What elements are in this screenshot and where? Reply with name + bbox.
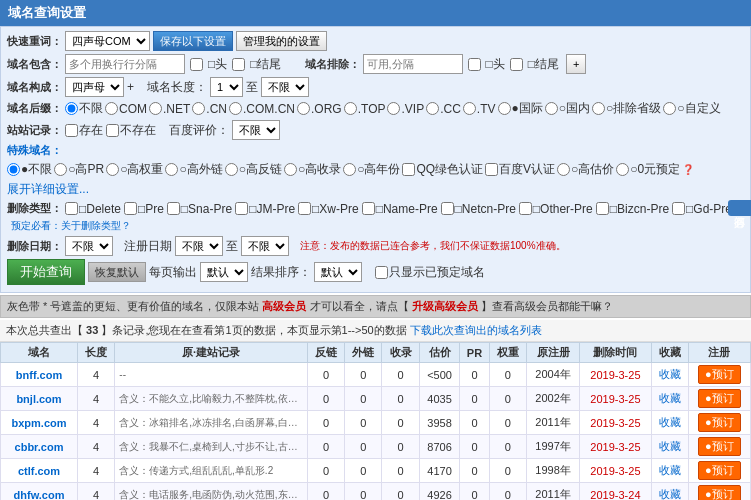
special-baidu-v[interactable]: 百度V认证 — [485, 161, 555, 178]
quick-search-select[interactable]: 四声母COM — [65, 31, 150, 51]
suffix-cc[interactable]: .CC — [426, 102, 461, 116]
dt-jm[interactable]: □JM-Pre — [235, 202, 295, 216]
suffix-cn2[interactable]: ○国内 — [545, 100, 590, 117]
special-pr[interactable]: ○高PR — [54, 161, 104, 178]
cell-delete-time: 2019-3-25 — [580, 411, 651, 435]
table-row: bnjl.com 4 含义：不能久立,比喻毅力,不整阵枕,依衣...4 0 0 … — [1, 387, 751, 411]
my-reserve-cb[interactable]: 只显示已预定域名 — [375, 264, 485, 281]
suffix-custom[interactable]: ○自定义 — [663, 100, 720, 117]
dt-sna[interactable]: □Sna-Pre — [167, 202, 232, 216]
special-backlink[interactable]: ○高反链 — [225, 161, 282, 178]
dt-name[interactable]: □Name-Pre — [362, 202, 438, 216]
dt-gd[interactable]: □Gd-Pre — [672, 202, 732, 216]
cell-collect: 收藏 — [651, 459, 688, 483]
right-sidebar-hint[interactable]: 有问必答 — [728, 200, 751, 216]
collect-link[interactable]: 收藏 — [659, 416, 681, 428]
gray-banner-text3: 】查看高级会员都能干嘛？ — [481, 300, 613, 312]
add-exclude-btn[interactable]: + — [566, 54, 586, 74]
suffix-cn[interactable]: .CN — [192, 102, 227, 116]
baidu-rating-select[interactable]: 不限 — [232, 120, 280, 140]
dt-other[interactable]: □Other-Pre — [519, 202, 593, 216]
domain-structure-select[interactable]: 四声母 — [65, 77, 124, 97]
domain-link[interactable]: ctlf.com — [18, 465, 60, 477]
cell-backlinks: 0 — [307, 435, 344, 459]
domain-link[interactable]: cbbr.com — [15, 441, 64, 453]
delete-type-label: 删除类型： — [7, 201, 62, 216]
vip-link[interactable]: 高级会员 — [262, 300, 306, 312]
collect-link[interactable]: 收藏 — [659, 440, 681, 452]
suffix-org[interactable]: .ORG — [297, 102, 342, 116]
collect-link[interactable]: 收藏 — [659, 368, 681, 380]
cell-collect: 收藏 — [651, 483, 688, 501]
suffix-unlimited[interactable]: 不限 — [65, 100, 103, 117]
cell-price: 8706 — [419, 435, 460, 459]
cell-collect: 收藏 — [651, 411, 688, 435]
suffix-vip[interactable]: .VIP — [387, 102, 424, 116]
manage-settings-btn[interactable]: 管理我的的设置 — [236, 31, 327, 51]
delete-date-select[interactable]: 不限 — [65, 236, 113, 256]
special-outlink[interactable]: ○高外链 — [165, 161, 222, 178]
special-year[interactable]: ○高年份 — [343, 161, 400, 178]
date-notice: 注意：发布的数据已连合参考，我们不保证数据100%准确。 — [300, 239, 566, 253]
archive-exist[interactable]: 存在 — [65, 122, 103, 139]
cell-reg-year: 1997年 — [526, 435, 580, 459]
reg-date-to[interactable]: 不限 — [241, 236, 289, 256]
suffix-intl[interactable]: ●国际 — [498, 100, 543, 117]
reserve-btn[interactable]: ●预订 — [698, 437, 741, 456]
exclude-suffix-cb[interactable] — [510, 58, 523, 71]
restore-btn[interactable]: 恢复默认 — [88, 262, 146, 282]
suffix-com[interactable]: COM — [105, 102, 147, 116]
exclude-suffix-label: □结尾 — [528, 56, 559, 73]
special-qq[interactable]: QQ绿色认证 — [402, 161, 483, 178]
dt-pre[interactable]: □Pre — [124, 202, 164, 216]
suffix-net[interactable]: .NET — [149, 102, 190, 116]
special-free[interactable]: ○0元预定 — [616, 161, 680, 178]
collect-link[interactable]: 收藏 — [659, 464, 681, 476]
reserve-btn[interactable]: ●预订 — [698, 485, 741, 500]
special-weight[interactable]: ○高权重 — [106, 161, 163, 178]
table-row: bnff.com 4 -- 0 0 0 <500 0 0 2004年 2019-… — [1, 363, 751, 387]
suffix-comcn[interactable]: .COM.CN — [229, 102, 295, 116]
cell-weight: 0 — [489, 411, 526, 435]
search-btn[interactable]: 开始查询 — [7, 259, 85, 285]
per-page-select[interactable]: 默认102050 — [200, 262, 248, 282]
suffix-top[interactable]: .TOP — [344, 102, 386, 116]
sort-select[interactable]: 默认 — [314, 262, 362, 282]
col-reg-year: 原注册 — [526, 343, 580, 363]
reg-date-from[interactable]: 不限 — [175, 236, 223, 256]
save-settings-btn[interactable]: 保存以下设置 — [153, 31, 233, 51]
collect-link[interactable]: 收藏 — [659, 392, 681, 404]
upgrade-link[interactable]: 升级高级会员 — [412, 300, 478, 312]
col-backlink: 反链 — [307, 343, 344, 363]
reserve-btn[interactable]: ●预订 — [698, 461, 741, 480]
domain-link[interactable]: bnff.com — [16, 369, 62, 381]
domain-exclude-input[interactable] — [363, 54, 463, 74]
special-indexed[interactable]: ○高收录 — [284, 161, 341, 178]
reserve-btn[interactable]: ●预订 — [698, 365, 741, 384]
domain-length-from[interactable]: 12345 — [210, 77, 243, 97]
domain-length-to[interactable]: 不限456 — [261, 77, 309, 97]
exclude-prefix-cb[interactable] — [468, 58, 481, 71]
dt-netcn[interactable]: □Netcn-Pre — [441, 202, 516, 216]
collect-link[interactable]: 收藏 — [659, 488, 681, 500]
dt-delete[interactable]: □Delete — [65, 202, 121, 216]
domain-link[interactable]: dhfw.com — [14, 489, 65, 501]
download-link[interactable]: 下载此次查询出的域名列表 — [410, 324, 542, 336]
special-price[interactable]: ○高估价 — [557, 161, 614, 178]
suffix-tv[interactable]: .TV — [463, 102, 496, 116]
dt-bizcn[interactable]: □Bizcn-Pre — [596, 202, 669, 216]
domain-link[interactable]: bxpm.com — [12, 417, 67, 429]
reserve-btn[interactable]: ●预订 — [698, 413, 741, 432]
archive-not-exist[interactable]: 不存在 — [106, 122, 156, 139]
suffix-excl[interactable]: ○排除省级 — [592, 100, 661, 117]
my-reserve-label: 只显示已预定域名 — [389, 264, 485, 281]
reserve-btn[interactable]: ●预订 — [698, 389, 741, 408]
cell-price: 3958 — [419, 411, 460, 435]
domain-prefix-cb[interactable] — [190, 58, 203, 71]
domain-link[interactable]: bnjl.com — [16, 393, 61, 405]
special-unlimited[interactable]: ●不限 — [7, 161, 52, 178]
domain-suffix-cb[interactable] — [232, 58, 245, 71]
expand-settings-link[interactable]: 展开详细设置... — [7, 181, 89, 198]
dt-xw[interactable]: □Xw-Pre — [298, 202, 359, 216]
domain-contains-input[interactable] — [65, 54, 185, 74]
